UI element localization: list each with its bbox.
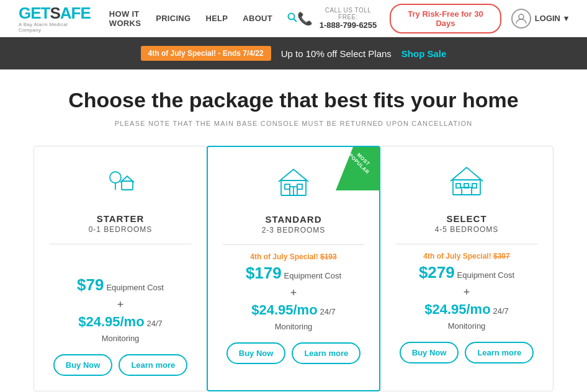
starter-price-row: $79 Equipment Cost	[49, 275, 192, 295]
standard-monitoring-24-7: 24/7	[320, 307, 335, 316]
header-phone[interactable]: 1-888-799-6255	[316, 20, 380, 30]
login-area[interactable]: LOGIN ▾	[511, 9, 568, 29]
logo[interactable]: GETSAFE A Bay Alarm Medical Company	[19, 4, 91, 33]
standard-monitoring-price: $24.95/mo	[251, 302, 317, 318]
nav-how-it-works[interactable]: HOW IT WORKS	[109, 9, 141, 28]
promo-text: Up to 10% off Select Plans	[281, 48, 392, 59]
promo-bar: 4th of July Special! - Ends 7/4/22 Up to…	[0, 37, 587, 69]
svg-rect-5	[122, 181, 133, 190]
standard-plan-name: STANDARD	[223, 214, 364, 225]
starter-card: STARTER 0-1 BEDROOMS $79 Equipment Cost …	[34, 146, 207, 391]
svg-rect-12	[456, 184, 460, 188]
svg-rect-8	[297, 184, 302, 189]
starter-plan-name: STARTER	[49, 213, 192, 224]
svg-line-1	[294, 19, 297, 22]
standard-special-label: 4th of July Special! $193	[223, 252, 364, 261]
starter-buttons: Buy Now Learn more	[49, 354, 192, 376]
select-icon	[395, 164, 538, 203]
main-nav: HOW IT WORKS PRICING HELP ABOUT	[109, 9, 297, 28]
select-equipment-price: $279	[419, 263, 455, 282]
try-risk-free-button[interactable]: Try Risk-Free for 30 Days	[390, 4, 501, 33]
login-chevron: ▾	[564, 14, 568, 23]
select-monitoring-row: $24.95/mo 24/7	[395, 301, 538, 318]
select-learn-button[interactable]: Learn more	[465, 342, 534, 363]
popular-badge-text: MOSTPOPULAR	[346, 146, 377, 177]
select-monitoring-24-7: 24/7	[493, 306, 508, 316]
standard-original-price: $193	[320, 252, 337, 261]
standard-plus: +	[223, 287, 364, 300]
svg-rect-7	[285, 184, 290, 189]
header-right: 📞 CALL US TOLL FREE: 1-888-799-6255 Try …	[297, 4, 568, 33]
phone-area: 📞 CALL US TOLL FREE: 1-888-799-6255	[297, 7, 380, 30]
select-plan-name: SELECT	[395, 213, 538, 224]
logo-text: GETSAFE	[19, 4, 91, 23]
starter-bedrooms: 0-1 BEDROOMS	[49, 225, 192, 234]
avatar	[511, 9, 531, 29]
call-label: CALL US TOLL FREE:	[316, 7, 380, 20]
standard-card: MOSTPOPULAR STANDARD 2-3 BEDROOMS 4th of…	[207, 146, 380, 391]
phone-icon: 📞	[297, 11, 313, 26]
select-buy-button[interactable]: Buy Now	[400, 342, 459, 363]
main-content: Choose the package that best fits your h…	[0, 69, 587, 392]
starter-plus: +	[49, 298, 192, 311]
svg-point-3	[110, 172, 121, 183]
site-header: GETSAFE A Bay Alarm Medical Company HOW …	[0, 0, 587, 37]
standard-learn-button[interactable]: Learn more	[292, 342, 361, 364]
standard-buttons: Buy Now Learn more	[223, 342, 364, 364]
svg-rect-14	[472, 184, 477, 188]
svg-point-0	[289, 13, 295, 19]
nav-about[interactable]: ABOUT	[243, 14, 272, 23]
standard-monitoring-sub: Monitoring	[223, 322, 364, 331]
starter-equipment-price: $79	[77, 275, 104, 294]
subtitle: PLEASE NOTE THAT THE MAIN BASE CONSOLE M…	[25, 120, 562, 127]
page-title: Choose the package that best fits your h…	[25, 88, 562, 112]
logo-sub: A Bay Alarm Medical Company	[19, 22, 91, 33]
select-card: SELECT 4-5 BEDROOMS 4th of July Special!…	[380, 146, 553, 391]
nav-pricing[interactable]: PRICING	[156, 14, 190, 23]
select-plus: +	[395, 286, 538, 299]
starter-icon	[49, 164, 192, 203]
login-label: LOGIN	[535, 14, 560, 23]
standard-equipment-price: $179	[246, 264, 282, 282]
standard-equipment-label: Equipment Cost	[284, 271, 342, 280]
select-price-row: $279 Equipment Cost	[395, 263, 538, 282]
select-bedrooms: 4-5 BEDROOMS	[395, 225, 538, 234]
starter-learn-button[interactable]: Learn more	[119, 354, 187, 376]
standard-monitoring-row: $24.95/mo 24/7	[223, 302, 364, 318]
standard-bedrooms: 2-3 BEDROOMS	[223, 226, 364, 234]
select-buttons: Buy Now Learn more	[395, 342, 538, 363]
select-equipment-label: Equipment Cost	[457, 270, 515, 280]
shop-sale-link[interactable]: Shop Sale	[401, 48, 447, 59]
select-monitoring-price: $24.95/mo	[424, 301, 490, 317]
select-original-price: $307	[493, 252, 510, 261]
search-button[interactable]	[287, 12, 297, 25]
cards-row: STARTER 0-1 BEDROOMS $79 Equipment Cost …	[25, 146, 562, 391]
starter-monitoring-24-7: 24/7	[146, 319, 162, 328]
promo-badge: 4th of July Special! - Ends 7/4/22	[141, 46, 271, 61]
select-monitoring-sub: Monitoring	[395, 321, 538, 331]
nav-help[interactable]: HELP	[205, 14, 228, 23]
select-special-label: 4th of July Special! $307	[395, 252, 538, 261]
starter-monitoring-price: $24.95/mo	[78, 314, 144, 329]
starter-equipment-label: Equipment Cost	[106, 283, 164, 292]
starter-monitoring-sub: Monitoring	[49, 334, 192, 343]
starter-buy-button[interactable]: Buy Now	[53, 354, 113, 376]
svg-point-2	[519, 14, 524, 19]
starter-monitoring-row: $24.95/mo 24/7	[49, 314, 192, 330]
standard-price-row: $179 Equipment Cost	[223, 264, 364, 283]
standard-buy-button[interactable]: Buy Now	[226, 342, 286, 364]
